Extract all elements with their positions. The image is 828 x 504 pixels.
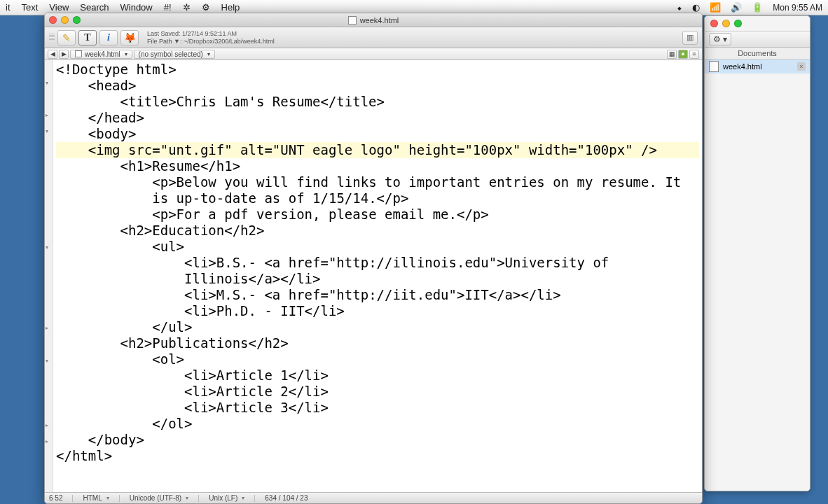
code-line: <ol> xyxy=(56,351,184,367)
fold-marker[interactable]: ▸ xyxy=(46,325,48,331)
save-info: Last Saved: 1/27/14 9:52:11 AM File Path… xyxy=(147,30,275,46)
status-icon[interactable]: ◐ xyxy=(692,2,700,13)
text-mode-button[interactable]: T xyxy=(78,30,97,46)
nav-tool-button[interactable]: ● xyxy=(678,50,688,59)
code-line: </ol> xyxy=(56,416,192,431)
minimize-button[interactable] xyxy=(61,16,69,24)
code-line: <!Doctype html> xyxy=(56,62,177,77)
fold-marker[interactable]: ▸ xyxy=(46,438,48,444)
code-line: <h2>Education</h2> xyxy=(56,223,264,238)
menubar-right: ⬥ ◐ 📶 🔊 🔋 Mon 9:55 AM xyxy=(677,2,822,13)
line-ending-dropdown[interactable]: Unix (LF) xyxy=(209,494,244,502)
battery-icon[interactable]: 🔋 xyxy=(752,2,763,13)
code-line: <h1>Resume</h1> xyxy=(56,158,240,174)
fold-gutter[interactable]: ▾ ▸ ▾ ▾ ▸ ▾ ▸ ▸ xyxy=(45,60,53,492)
traffic-lights xyxy=(705,16,810,31)
clock[interactable]: Mon 9:55 AM xyxy=(773,3,822,13)
edit-button[interactable]: ✎ xyxy=(57,30,76,46)
code-line: </body> xyxy=(56,432,144,447)
fold-marker[interactable]: ▾ xyxy=(46,358,48,364)
file-list: week4.html × xyxy=(705,59,810,74)
code-line: <li>Article 3</li> xyxy=(56,400,329,415)
volume-icon[interactable]: 🔊 xyxy=(731,2,742,13)
code-line: <li>M.S.- <a href="http://iit.edu">IIT</… xyxy=(56,287,561,302)
menu-item-shebang[interactable]: #! xyxy=(164,2,172,13)
code-line: <title>Chris Lam's Resume</title> xyxy=(56,94,385,109)
code-line: <head> xyxy=(56,78,136,93)
code-area: ▾ ▸ ▾ ▾ ▸ ▾ ▸ ▸ <!Doctype html> <head> <… xyxy=(45,60,702,492)
zoom-button[interactable] xyxy=(734,20,742,27)
code-line: <p>Below you will find links to importan… xyxy=(56,174,681,190)
nav-bar: ◀ ▶ week4.html ▾ (no symbol selected) ▾ … xyxy=(45,48,702,60)
close-button[interactable] xyxy=(49,16,57,24)
menu-item[interactable]: Window xyxy=(120,2,153,13)
file-name: week4.html xyxy=(723,62,762,71)
file-dropdown[interactable]: week4.html ▾ xyxy=(70,50,132,59)
code-editor[interactable]: <!Doctype html> <head> <title>Chris Lam'… xyxy=(53,60,702,492)
wifi-icon[interactable]: 📶 xyxy=(710,2,721,13)
fold-marker[interactable]: ▸ xyxy=(46,112,48,118)
code-line: <li>B.S.- <a href="http://illinois.edu">… xyxy=(56,255,609,270)
nav-forward-button[interactable]: ▶ xyxy=(59,50,69,59)
editor-window: week4.html ✎ T i 🦊 Last Saved: 1/27/14 9… xyxy=(44,13,703,504)
editor-toolbar: ✎ T i 🦊 Last Saved: 1/27/14 9:52:11 AM F… xyxy=(45,27,702,48)
code-line: <li>Article 2</li> xyxy=(56,384,329,399)
minimize-button[interactable] xyxy=(722,20,730,27)
firefox-icon: 🦊 xyxy=(124,32,136,43)
info-button[interactable]: i xyxy=(99,30,118,46)
fold-marker[interactable]: ▾ xyxy=(46,80,48,86)
menu-item[interactable]: Text xyxy=(22,2,39,13)
code-line: <h2>Publications</h2> xyxy=(56,335,289,351)
code-line: </head> xyxy=(56,110,144,125)
status-line-col: 6 52 xyxy=(49,494,62,502)
preview-firefox-button[interactable]: 🦊 xyxy=(120,30,139,46)
encoding-dropdown[interactable]: Unicode (UTF-8) xyxy=(130,494,188,502)
traffic-lights xyxy=(49,16,81,24)
code-line: </ul> xyxy=(56,319,192,335)
fold-marker[interactable]: ▾ xyxy=(46,128,48,134)
nav-symbol-label: (no symbol selected) xyxy=(139,50,203,58)
status-counts: 634 / 104 / 23 xyxy=(265,494,308,502)
menu-item[interactable]: View xyxy=(49,2,69,13)
menu-item[interactable]: Search xyxy=(80,2,109,13)
highlighted-line: <img src="unt.gif" alt="UNT eagle logo" … xyxy=(56,142,699,158)
code-line: </html> xyxy=(56,448,112,463)
symbol-dropdown[interactable]: (no symbol selected) ▾ xyxy=(134,50,215,59)
status-icon[interactable]: ⬥ xyxy=(677,2,682,13)
nav-tool-button[interactable]: ▦ xyxy=(667,50,677,59)
chevron-down-icon: ▾ xyxy=(125,51,127,57)
chevron-down-icon: ▾ xyxy=(207,51,210,57)
menu-item[interactable]: it xyxy=(6,2,11,13)
code-line: <ul> xyxy=(56,239,184,254)
menu-item-icon[interactable]: ⚙ xyxy=(202,2,210,13)
toolbar-grip[interactable] xyxy=(49,34,55,42)
gear-icon: ⚙ xyxy=(713,34,721,44)
code-line: <p>For a pdf version, please email me.</… xyxy=(56,206,489,222)
menu-item-icon[interactable]: ✲ xyxy=(183,2,191,13)
language-dropdown[interactable]: HTML xyxy=(83,494,109,502)
status-bar: 6 52 HTML Unicode (UTF-8) Unix (LF) 634 … xyxy=(45,492,702,503)
zoom-button[interactable] xyxy=(73,16,81,24)
close-button[interactable] xyxy=(710,20,718,27)
sidebar-toggle-button[interactable]: ▥ xyxy=(682,31,698,45)
gear-dropdown[interactable]: ⚙ ▾ xyxy=(709,33,731,46)
nav-back-button[interactable]: ◀ xyxy=(48,50,57,59)
chevron-down-icon: ▾ xyxy=(723,34,727,44)
file-path-label[interactable]: File Path ▼: ~/Dropbox/3200/Lab/week4.ht… xyxy=(147,38,275,46)
window-title: week4.html xyxy=(360,16,399,24)
close-file-button[interactable]: × xyxy=(797,62,806,71)
documents-drawer: ⚙ ▾ Documents week4.html × xyxy=(704,15,810,491)
window-titlebar[interactable]: week4.html xyxy=(45,13,702,27)
document-icon xyxy=(348,16,357,24)
menubar-left: it Text View Search Window #! ✲ ⚙ Help xyxy=(6,2,240,13)
menu-item[interactable]: Help xyxy=(221,2,240,13)
file-row[interactable]: week4.html × xyxy=(705,59,810,74)
code-line: <body> xyxy=(56,126,136,141)
fold-marker[interactable]: ▾ xyxy=(46,244,48,251)
documents-header: Documents xyxy=(705,48,810,59)
fold-marker[interactable]: ▸ xyxy=(46,422,48,428)
code-line: Illinois</a></li> xyxy=(56,271,321,286)
document-icon xyxy=(709,61,719,72)
pencil-icon: ✎ xyxy=(62,32,71,43)
nav-tool-button[interactable]: ≡ xyxy=(689,50,699,59)
